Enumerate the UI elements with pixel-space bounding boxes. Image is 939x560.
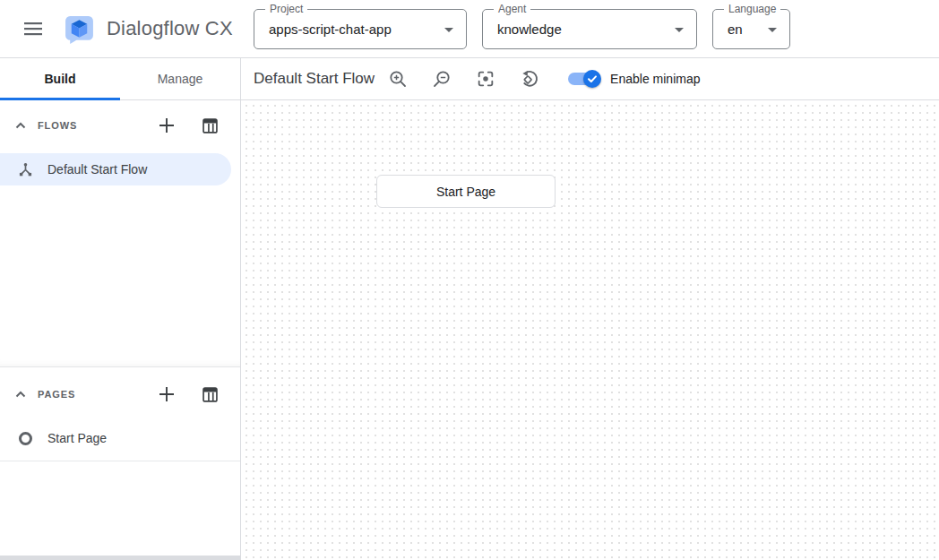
language-select-label: Language: [724, 3, 780, 15]
plus-icon: [157, 116, 177, 135]
page-circle-icon: [18, 431, 33, 446]
project-select[interactable]: Project apps-script-chat-app: [254, 9, 467, 49]
zoom-out-icon: [432, 69, 452, 89]
flows-table-view-button[interactable]: [199, 115, 220, 136]
chevron-up-icon: [13, 387, 28, 401]
pages-section-label: PAGES: [38, 389, 75, 400]
dropdown-arrow-icon: [444, 28, 453, 32]
language-select[interactable]: Language en: [712, 9, 790, 49]
hamburger-menu-button[interactable]: [22, 17, 45, 40]
flows-collapse-button[interactable]: [13, 117, 29, 134]
center-focus-button[interactable]: [475, 68, 496, 90]
page-item-label: Start Page: [47, 431, 107, 445]
zoom-out-button[interactable]: [431, 68, 452, 90]
dialogflow-logo-icon: [63, 13, 96, 46]
start-page-node[interactable]: Start Page: [376, 175, 556, 208]
project-select-label: Project: [265, 3, 307, 15]
pages-section: PAGES: [0, 367, 240, 560]
tab-build[interactable]: Build: [0, 58, 120, 99]
canvas-toolbar: Default Start Flow: [241, 58, 939, 100]
agent-select[interactable]: Agent knowledge: [482, 9, 697, 49]
sidebar-tabs: Build Manage: [0, 58, 240, 100]
language-select-value: en: [713, 22, 773, 37]
table-chart-icon: [201, 116, 220, 135]
pages-content: PAGES: [0, 367, 240, 461]
flow-canvas-column: Default Start Flow: [241, 58, 939, 560]
zoom-in-icon: [388, 69, 408, 89]
app-title: Dialogflow CX: [107, 17, 233, 40]
flow-item-default-start-flow[interactable]: Default Start Flow: [0, 153, 231, 185]
flows-section-label: FLOWS: [38, 120, 77, 131]
toggle-switch-on: [568, 70, 601, 88]
menu-icon: [23, 22, 43, 36]
zoom-in-button[interactable]: [387, 68, 409, 90]
flow-icon: [18, 162, 33, 177]
minimap-toggle-label: Enable minimap: [610, 72, 700, 86]
sidebar: Build Manage FLOWS: [0, 58, 241, 560]
flows-section-header: FLOWS: [0, 107, 240, 144]
check-icon: [587, 73, 598, 84]
reset-zoom-button[interactable]: [519, 68, 540, 90]
reset-zoom-icon: [520, 69, 539, 89]
center-focus-icon: [476, 69, 495, 89]
agent-select-value: knowledge: [483, 22, 592, 37]
flows-list: Default Start Flow: [0, 153, 240, 185]
sidebar-horizontal-scrollbar[interactable]: [0, 556, 240, 560]
tab-manage[interactable]: Manage: [120, 58, 240, 99]
flow-title: Default Start Flow: [254, 70, 375, 88]
pages-table-view-button[interactable]: [199, 383, 220, 405]
main-layout: Build Manage FLOWS: [0, 58, 939, 560]
add-page-button[interactable]: [156, 383, 177, 405]
app-header: Dialogflow CX Project apps-script-chat-a…: [0, 0, 939, 58]
toggle-thumb: [583, 70, 601, 88]
pages-collapse-button[interactable]: [13, 386, 29, 402]
plus-icon: [157, 384, 177, 404]
project-select-value: apps-script-chat-app: [254, 22, 422, 37]
agent-select-label: Agent: [494, 3, 530, 15]
page-item-start-page[interactable]: Start Page: [0, 422, 240, 454]
add-flow-button[interactable]: [156, 115, 177, 136]
flow-item-label: Default Start Flow: [47, 162, 147, 177]
pages-section-header: PAGES: [0, 375, 240, 413]
flow-graph-canvas[interactable]: Start Page: [241, 100, 939, 560]
flows-section: FLOWS: [0, 100, 240, 367]
dropdown-arrow-icon: [675, 28, 684, 32]
table-chart-icon: [201, 385, 220, 404]
minimap-toggle[interactable]: Enable minimap: [568, 70, 700, 88]
chevron-up-icon: [13, 118, 28, 133]
dropdown-arrow-icon: [768, 28, 777, 32]
